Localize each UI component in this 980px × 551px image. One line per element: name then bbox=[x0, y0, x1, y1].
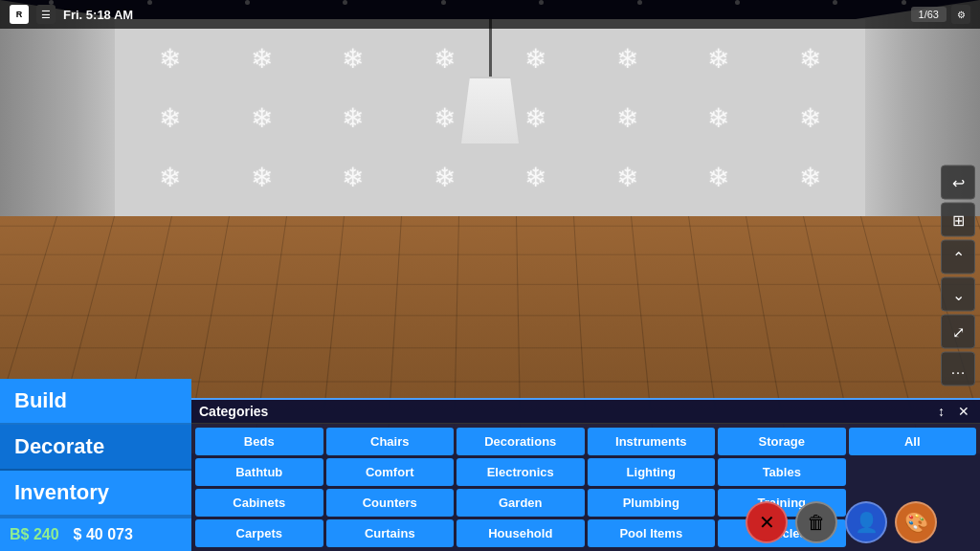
snowflake-decoration: ❄ bbox=[582, 147, 674, 207]
header-controls: ↕ ✕ bbox=[935, 404, 972, 419]
cat-empty-1 bbox=[849, 458, 977, 486]
cat-chairs[interactable]: Chairs bbox=[326, 428, 455, 455]
right-toolbar: ↩ ⊞ ⌃ ⌄ ⤢ … bbox=[936, 161, 980, 391]
expand-button[interactable]: ⤢ bbox=[941, 315, 975, 349]
trash-button[interactable]: 🗑 bbox=[795, 501, 837, 543]
build-button[interactable]: Build bbox=[0, 379, 191, 425]
paint-button[interactable]: 🎨 bbox=[895, 501, 937, 543]
cat-plumbing[interactable]: Plumbing bbox=[588, 489, 716, 517]
dollar-display: $ 40 073 bbox=[74, 526, 133, 543]
cat-instruments[interactable]: Instruments bbox=[588, 428, 716, 455]
close-button[interactable]: ✕ bbox=[955, 404, 972, 419]
up-button[interactable]: ⌃ bbox=[941, 240, 975, 275]
snowflake-decoration: ❄ bbox=[399, 147, 491, 207]
person-button[interactable]: 👤 bbox=[845, 501, 887, 543]
delete-red-button[interactable]: ✕ bbox=[746, 501, 788, 543]
down-button[interactable]: ⌄ bbox=[941, 277, 975, 312]
cat-carpets[interactable]: Carpets bbox=[195, 519, 323, 547]
cat-comfort[interactable]: Comfort bbox=[326, 458, 455, 486]
snowflake-decoration: ❄ bbox=[673, 147, 765, 207]
cat-curtains[interactable]: Curtains bbox=[326, 519, 455, 547]
ceiling-light bbox=[461, 19, 519, 143]
snowflake-decoration: ❄ bbox=[582, 29, 674, 88]
cat-storage[interactable]: Storage bbox=[718, 428, 846, 455]
collapse-button[interactable]: ↕ bbox=[935, 404, 947, 419]
time-display: Fri. 5:18 AM bbox=[63, 8, 133, 22]
snowflake-decoration: ❄ bbox=[124, 88, 216, 147]
decorate-button[interactable]: Decorate bbox=[0, 425, 191, 471]
cat-pool-items[interactable]: Pool Items bbox=[588, 519, 716, 547]
cat-electronics[interactable]: Electronics bbox=[457, 458, 585, 486]
more-button[interactable]: … bbox=[941, 352, 975, 386]
cat-lighting[interactable]: Lighting bbox=[588, 458, 716, 486]
cat-counters[interactable]: Counters bbox=[326, 489, 455, 517]
roblox-icon: R bbox=[10, 5, 29, 24]
cat-cabinets[interactable]: Cabinets bbox=[195, 489, 323, 517]
left-panel: Build Decorate Inventory B$ 240 $ 40 073 bbox=[0, 379, 191, 551]
grid-button[interactable]: ⊞ bbox=[941, 203, 975, 237]
snowflake-decoration: ❄ bbox=[307, 29, 399, 88]
menu-icon[interactable]: ☰ bbox=[36, 5, 56, 24]
cat-household[interactable]: Household bbox=[457, 519, 585, 547]
snowflake-decoration: ❄ bbox=[490, 147, 582, 207]
snowflake-decoration: ❄ bbox=[307, 147, 399, 207]
snowflake-decoration: ❄ bbox=[673, 88, 765, 147]
bottom-actions: ✕ 🗑 👤 🎨 bbox=[746, 501, 937, 543]
robux-display: B$ 240 bbox=[10, 526, 59, 543]
undo-button[interactable]: ↩ bbox=[941, 165, 975, 200]
snowflake-decoration: ❄ bbox=[216, 29, 308, 88]
top-icons: R ☰ bbox=[10, 5, 56, 24]
cat-bathtub[interactable]: Bathtub bbox=[195, 458, 323, 486]
snowflake-decoration: ❄ bbox=[765, 88, 857, 147]
categories-header: Categories ↕ ✕ bbox=[191, 400, 980, 424]
snowflake-decoration: ❄ bbox=[582, 88, 674, 147]
snowflake-decoration: ❄ bbox=[307, 88, 399, 147]
cat-garden[interactable]: Garden bbox=[457, 489, 585, 517]
cat-decorations[interactable]: Decorations bbox=[457, 428, 585, 455]
game-viewport: ❄ ❄ ❄ ❄ ❄ ❄ ❄ ❄ ❄ ❄ ❄ ❄ ❄ ❄ ❄ ❄ ❄ bbox=[0, 0, 980, 551]
cat-tables[interactable]: Tables bbox=[718, 458, 846, 486]
currency-bar: B$ 240 $ 40 073 bbox=[0, 517, 191, 551]
player-counter: 1/63 bbox=[911, 7, 947, 22]
cat-all[interactable]: All bbox=[849, 428, 977, 455]
snowflake-decoration: ❄ bbox=[216, 88, 308, 147]
snowflake-decoration: ❄ bbox=[216, 147, 308, 207]
inventory-button[interactable]: Inventory bbox=[0, 471, 191, 517]
light-shade bbox=[461, 77, 519, 143]
snowflake-decoration: ❄ bbox=[765, 29, 857, 88]
cat-beds[interactable]: Beds bbox=[195, 428, 323, 455]
snowflake-decoration: ❄ bbox=[765, 147, 857, 207]
categories-title: Categories bbox=[199, 404, 268, 419]
snowflake-decoration: ❄ bbox=[124, 29, 216, 88]
top-bar: R ☰ Fri. 5:18 AM 1/63 ⚙ bbox=[0, 0, 980, 29]
snowflake-decoration: ❄ bbox=[124, 147, 216, 207]
settings-icon[interactable]: ⚙ bbox=[951, 5, 970, 24]
snowflake-decoration: ❄ bbox=[673, 29, 765, 88]
top-right: 1/63 ⚙ bbox=[911, 5, 970, 24]
